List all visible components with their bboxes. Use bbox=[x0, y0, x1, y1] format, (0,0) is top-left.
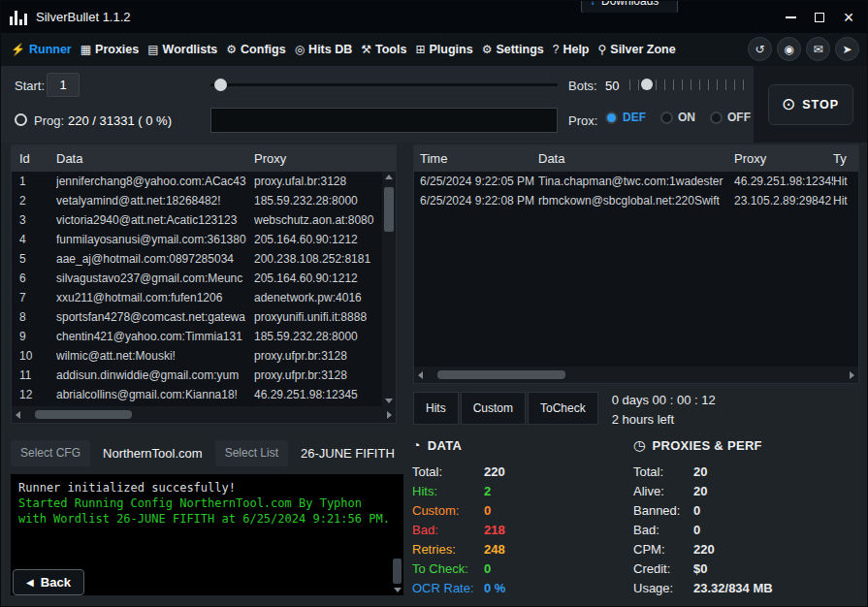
vertical-scrollbar[interactable] bbox=[382, 172, 396, 406]
tab-tocheck[interactable]: ToCheck bbox=[528, 392, 598, 425]
progress-value: 220 / 31331 ( 0 %) bbox=[68, 113, 172, 128]
scroll-up-icon[interactable] bbox=[385, 175, 393, 179]
close-button[interactable]: × bbox=[834, 1, 863, 33]
horizontal-scrollbar[interactable] bbox=[12, 406, 396, 423]
prox-option-off[interactable]: OFF bbox=[710, 111, 751, 124]
gear-icon: ⚙ bbox=[226, 43, 237, 56]
table-row[interactable]: 5 aae_aj@hotmail.com:0897285034 200.238.… bbox=[12, 249, 382, 269]
slider-thumb[interactable] bbox=[641, 79, 653, 90]
history-button[interactable]: ↺ bbox=[748, 37, 772, 61]
nav-item-plugins[interactable]: ⊞ Plugins bbox=[415, 43, 472, 56]
nav-item-tools[interactable]: ⚒ Tools bbox=[361, 43, 406, 56]
stat-label: Banned: bbox=[633, 503, 693, 518]
downloads-popup[interactable]: ↓ Downloads bbox=[581, 1, 678, 13]
screenshot-button[interactable]: ◉ bbox=[777, 37, 801, 61]
nav-item-runner[interactable]: ⚡ Runner bbox=[11, 43, 72, 56]
table-row[interactable]: 7 xxu211@hotmail.com:fufen1206 adenetwor… bbox=[12, 288, 382, 307]
prox-option-on[interactable]: ON bbox=[660, 111, 695, 124]
nav-item-label: Settings bbox=[496, 43, 543, 56]
nav-item-proxies[interactable]: ▦ Proxies bbox=[80, 43, 140, 56]
table-row[interactable]: 2 vetalyamind@att.net:18268482! 185.59.2… bbox=[12, 191, 382, 210]
silverbullet-logo-icon bbox=[10, 10, 27, 25]
scroll-down-icon[interactable] bbox=[394, 588, 402, 592]
nav-item-wordlists[interactable]: ▤ Wordlists bbox=[147, 43, 217, 56]
table-row[interactable]: 4 funmilayosanusi@ymail.com:361380 205.1… bbox=[12, 230, 382, 249]
stat-value: 0 bbox=[484, 503, 491, 518]
nav-item-configs[interactable]: ⚙ Configs bbox=[226, 43, 285, 56]
nav-item-hits-db[interactable]: ◎ Hits DB bbox=[295, 43, 353, 56]
select-list-button[interactable]: Select List bbox=[215, 440, 288, 466]
cell-id: 1 bbox=[12, 175, 56, 188]
scroll-right-icon[interactable] bbox=[387, 411, 392, 419]
scrollbar-thumb[interactable] bbox=[384, 187, 394, 232]
back-button[interactable]: ◀ Back bbox=[13, 569, 84, 595]
downloads-popup-label: Downloads bbox=[601, 1, 659, 8]
minimize-button[interactable] bbox=[776, 1, 805, 33]
table-row[interactable]: 1 jenniferchang8@yahoo.com:ACac43 proxy.… bbox=[12, 172, 382, 191]
scroll-left-icon[interactable] bbox=[418, 371, 423, 379]
bots-slider[interactable] bbox=[629, 80, 752, 90]
stat-label: Credit: bbox=[633, 561, 693, 576]
timer-block: 0 days 00 : 00 : 12 2 hours left bbox=[612, 392, 716, 427]
cell-proxy: 23.105.2.89:29842 bbox=[734, 194, 833, 208]
progress-radio[interactable] bbox=[15, 113, 27, 126]
scrollbar-thumb[interactable] bbox=[437, 370, 565, 379]
select-cfg-button[interactable]: Select CFG bbox=[11, 440, 90, 466]
history-icon: ↺ bbox=[755, 43, 764, 56]
cell-id: 10 bbox=[12, 349, 56, 363]
stat-row: CPM: 220 bbox=[633, 539, 861, 559]
table-row[interactable]: 10 wilmic@att.net:Mouski! proxy.ufpr.br:… bbox=[12, 346, 382, 366]
cell-id: 12 bbox=[12, 388, 56, 401]
tab-hits[interactable]: Hits bbox=[413, 392, 459, 425]
table-row[interactable]: 8 sportsfan4278@comcast.net:gatewa proxy… bbox=[12, 307, 382, 327]
proxies-perf-panel: ◷ PROXIES & PERF Total: 20 Alive: 20 Ban… bbox=[633, 437, 861, 597]
start-input[interactable] bbox=[47, 73, 80, 97]
cell-proxy: proxyunifi.unifi.it:8888 bbox=[254, 310, 382, 324]
stat-row: Credit: $0 bbox=[633, 559, 861, 578]
threads-slider[interactable] bbox=[210, 83, 558, 86]
nav-item-silver-zone[interactable]: ⚲ Silver Zone bbox=[598, 43, 676, 56]
prox-option-def[interactable]: DEF bbox=[605, 111, 646, 124]
log-line: with Wordlist 26-JUNE FIFITH at 6/25/202… bbox=[18, 511, 396, 527]
title-bar: SilverBullet 1.1.2 × bbox=[1, 1, 867, 33]
scrollbar-thumb[interactable] bbox=[35, 410, 132, 419]
nav-item-label: Proxies bbox=[95, 43, 139, 56]
table-row[interactable]: 12 abrialcollins@gmail.com:Kianna18! 46.… bbox=[12, 385, 382, 404]
cell-data: chentin421@yahoo.com:Timmia131 bbox=[56, 330, 254, 343]
horizontal-scrollbar[interactable] bbox=[414, 367, 858, 383]
radio-dot-icon bbox=[660, 112, 673, 124]
scroll-right-icon[interactable] bbox=[850, 371, 854, 379]
stat-value: 0 % bbox=[484, 581, 505, 595]
cell-type: Hit bbox=[833, 175, 858, 188]
time-left: 2 hours left bbox=[612, 412, 716, 427]
table-row[interactable]: 11 addisun.dinwiddie@gmail.com:yum proxy… bbox=[12, 366, 382, 385]
table-row[interactable]: 6/25/2024 9:22:08 PM rbmckown@sbcglobal.… bbox=[414, 191, 858, 210]
scroll-left-icon[interactable] bbox=[16, 411, 20, 419]
scrollbar-thumb[interactable] bbox=[393, 559, 402, 584]
table-row[interactable]: 6/25/2024 9:22:05 PM Tina.chapman@twc.co… bbox=[414, 172, 858, 191]
tab-custom[interactable]: Custom bbox=[461, 392, 526, 425]
chat-button[interactable]: ✉ bbox=[806, 37, 830, 61]
maximize-button[interactable] bbox=[805, 1, 834, 33]
stat-row: Retries: 248 bbox=[412, 539, 627, 559]
table-row[interactable]: 9 chentin421@yahoo.com:Timmia131 185.59.… bbox=[12, 327, 382, 346]
stat-value: 0 bbox=[484, 561, 491, 576]
cell-proxy: 185.59.232.28:8000 bbox=[254, 194, 382, 208]
table-row[interactable]: 6 silvagustavo237@gmail.com:Meunc 205.16… bbox=[12, 269, 382, 288]
stop-button[interactable]: ⊙ STOP bbox=[768, 84, 853, 125]
send-button[interactable]: ➤ bbox=[835, 37, 859, 61]
slider-thumb[interactable] bbox=[214, 79, 227, 91]
nav-item-label: Wordlists bbox=[163, 43, 218, 56]
cell-id: 6 bbox=[12, 272, 56, 285]
nav-item-help[interactable]: ? Help bbox=[553, 43, 590, 56]
gear-icon: ⚙ bbox=[482, 43, 493, 56]
nav-item-settings[interactable]: ⚙ Settings bbox=[482, 43, 544, 56]
scroll-down-icon[interactable] bbox=[385, 399, 393, 403]
table-row[interactable]: 3 victoria2940@att.net:Acatic123123 webs… bbox=[12, 210, 382, 230]
stat-label: Usage: bbox=[633, 581, 693, 595]
log-scrollbar[interactable] bbox=[391, 474, 403, 595]
cell-id: 4 bbox=[12, 233, 56, 246]
wordlists-icon: ▤ bbox=[147, 43, 158, 56]
stat-row: Usage: 23.32/834 MB bbox=[633, 578, 861, 597]
camera-icon: ◉ bbox=[784, 43, 793, 56]
